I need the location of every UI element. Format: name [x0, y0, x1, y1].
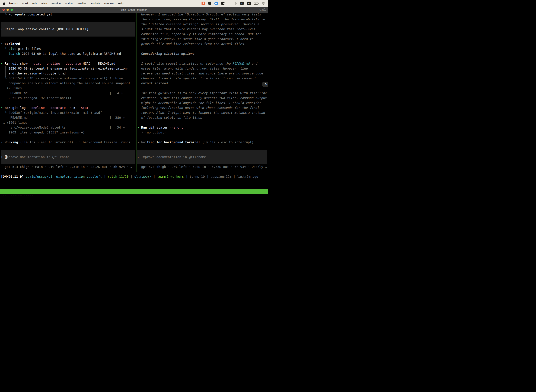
- omx-status-line: [OMX#0.11.9] cczip/essay/ai-reimplementa…: [1, 174, 258, 179]
- menu-item-scripts[interactable]: Scripts: [65, 2, 73, 5]
- terminal-line: and-the-erosion-of-copyleft.md: [1, 71, 136, 76]
- terminal-line: • Explored: [1, 42, 136, 46]
- menu-bar-status-area: ..61 A: [201, 1, 265, 5]
- terminal-line: [1, 56, 136, 61]
- apple-menu-icon[interactable]: [3, 2, 5, 5]
- input-source-icon[interactable]: A: [247, 2, 251, 5]
- badge-61-icon[interactable]: ..61: [240, 2, 244, 5]
- terminal-line: 2026-03-09-is-legal-the-same-as-legitima…: [1, 66, 136, 71]
- terminal-line: [1, 17, 136, 22]
- terminal-line: references need actual files, and since …: [137, 71, 268, 76]
- terminal-line: › Improve documentation in @filename: [1, 154, 136, 159]
- terminal-line: └ (no output): [137, 130, 268, 135]
- terminal-line: [137, 120, 268, 125]
- close-button[interactable]: [2, 9, 5, 11]
- terminal-line: the "Related research writing" section i…: [137, 22, 268, 27]
- terminal-line: Considering citation options: [137, 51, 268, 56]
- terminal-line: [137, 86, 268, 91]
- chat-app-icon[interactable]: [201, 2, 205, 5]
- terminal-line: changes, I can't cite specific file line…: [137, 76, 268, 81]
- menu-item-toolbelt[interactable]: Toolbelt: [91, 2, 100, 5]
- terminal-line: gpt-5.4 xhigh · 96% left · 520K in · 5.8…: [137, 164, 268, 169]
- left-pane[interactable]: └ No agents completed yet› Ralph loop ac…: [1, 12, 136, 169]
- terminal-line: 2 files changed, 92 insertions(+): [1, 96, 136, 100]
- terminal-window: omx --xhigh --madmax ⌥⌘1 └ No agents com…: [0, 7, 268, 196]
- pane-divider-vertical: [136, 13, 136, 172]
- terminal-line: [1, 145, 136, 150]
- menu-item-iterm2[interactable]: iTerm2: [9, 2, 18, 5]
- pane-border-bottom-left: [0, 172, 136, 172]
- terminal-line: essay file, along with finding root file…: [137, 66, 268, 71]
- terminal-line: README.md | 280 +: [1, 115, 136, 120]
- terminal-line: [1, 150, 136, 154]
- menu-bar: iTerm2 Shell Edit View Session Scripts P…: [0, 0, 268, 7]
- menu-item-edit[interactable]: Edit: [32, 2, 37, 5]
- terminal-line: [1, 22, 136, 27]
- tmux-session-label[interactable]: [omx-cczip0:bash*: [1, 194, 33, 196]
- terminal-line: [1, 159, 136, 164]
- terminal-line: provide file and line references from th…: [137, 42, 268, 46]
- dots-grid-icon[interactable]: [228, 2, 231, 5]
- right-pane[interactable]: However, I noticed the "Directory Struct…: [137, 12, 268, 169]
- terminal-line: [1, 100, 136, 105]
- terminal-line: • Ran git status --short: [137, 125, 268, 130]
- menu-item-view[interactable]: View: [41, 2, 47, 5]
- terminal-line: [137, 135, 268, 140]
- menu-item-session[interactable]: Session: [51, 2, 61, 5]
- terminal-line: including verification notes with those …: [137, 105, 268, 110]
- minimize-button[interactable]: [6, 9, 9, 11]
- terminal-line: └ List git ls-files: [1, 46, 136, 51]
- terminal-line: • Working (11m 13s • esc to interrupt) ·…: [1, 140, 136, 145]
- terminal-line: might be acceptable alongside the file l…: [137, 100, 268, 105]
- terminal-line: › Ralph loop active continue [OMX_TMUX_I…: [1, 27, 136, 32]
- terminal-line: gpt-5.4 xhigh · main · 91% left · 2.31M …: [1, 164, 136, 169]
- terminal-line: src/voice/voiceModeEnabled.ts | 54 +: [1, 125, 136, 130]
- menu-item-profiles[interactable]: Profiles: [77, 2, 86, 5]
- menu-item-shell[interactable]: Shell: [22, 2, 28, 5]
- window-title: omx --xhigh --madmax: [121, 8, 147, 11]
- terminal-line: [137, 56, 268, 61]
- recorder-app-icon[interactable]: [221, 2, 225, 5]
- window-title-bar[interactable]: omx --xhigh --madmax ⌥⌘1: [0, 7, 268, 13]
- battery-icon[interactable]: [254, 2, 259, 5]
- grid-shield-icon[interactable]: [208, 2, 211, 5]
- terminal-line: • Waiting for background terminal (1m 41…: [137, 140, 268, 145]
- terminal-line: 1903 files changed, 513517 insertions(+): [1, 130, 136, 135]
- tmux-status-bar: [omx-cczip0:bash* "MacBook-Pro-44.local"…: [0, 189, 268, 194]
- zoom-button[interactable]: [10, 9, 13, 11]
- terminal-line: • Ran git log --oneline --decorate -n 5 …: [1, 105, 136, 110]
- hook-app-icon[interactable]: [234, 1, 237, 5]
- terminal-line: … +1901 lines: [1, 120, 136, 125]
- terminal-line: Search 2026-03-09-is-legal-the-same-as-l…: [1, 51, 136, 56]
- wifi-icon[interactable]: [262, 2, 265, 5]
- terminal-line: of focusing solely on file lines.: [137, 115, 268, 120]
- terminal-line: [137, 159, 268, 164]
- menu-item-window[interactable]: Window: [104, 2, 114, 5]
- terminal-line: the source tree, missing the essay. Stil…: [137, 17, 268, 22]
- terminal-line: [137, 46, 268, 51]
- terminal-line: However, I noticed the "Directory Struct…: [137, 12, 268, 17]
- menu-item-help[interactable]: Help: [118, 2, 124, 5]
- terminal-line: [1, 37, 136, 42]
- terminal-line: companion file, especially if more comme…: [137, 32, 268, 37]
- window-shortcut-badge: ⌥⌘1: [258, 8, 266, 11]
- terminal-line: [137, 145, 268, 150]
- terminal-line: › Improve documentation in @filename: [137, 154, 268, 159]
- terminal-line: companion analysis without altering the …: [1, 81, 136, 86]
- terminal-line: output instead.: [137, 81, 268, 86]
- terminal-line: evidence. Since this change only affects…: [137, 96, 268, 100]
- terminal-line: review. Also, I might want to inspect th…: [137, 110, 268, 115]
- terminal-line: The team guideline is to back every impo…: [137, 91, 268, 96]
- terminal-content: └ No agents completed yet› Ralph loop ac…: [0, 13, 268, 196]
- terminal-line: slight risk that future readers may over…: [137, 27, 268, 32]
- terminal-line: I could cite commit statistics or refere…: [137, 61, 268, 66]
- terminal-line: … +2 lines: [1, 86, 136, 91]
- stats-app-icon[interactable]: [214, 2, 218, 5]
- traffic-lights: [2, 9, 13, 11]
- screen-recording-tooltip-text: Scre: [265, 83, 268, 86]
- terminal-line: [1, 32, 136, 37]
- terminal-line: README.md | 4 +: [1, 91, 136, 96]
- terminal-line: this single essay, it seems like a good …: [137, 37, 268, 42]
- pane-border-bottom-right: [136, 172, 268, 172]
- screen-recording-tooltip: Scre: [262, 82, 268, 87]
